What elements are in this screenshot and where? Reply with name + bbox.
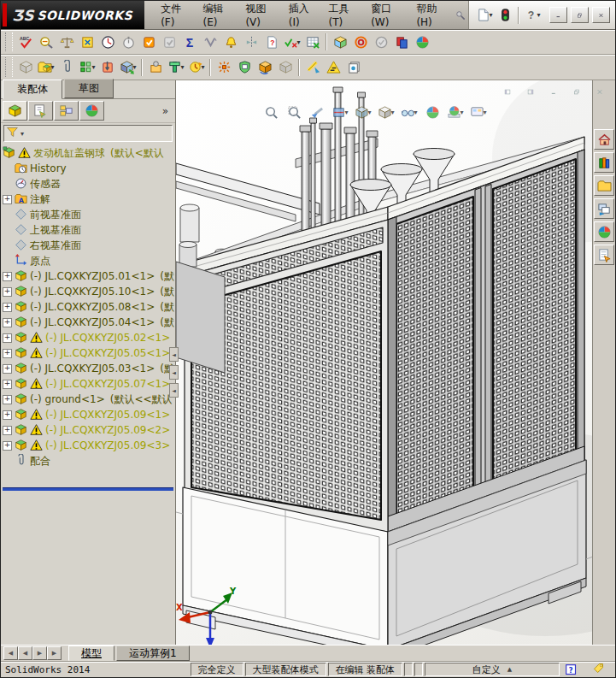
verification-button[interactable]: ▾ xyxy=(282,32,302,52)
statistics-button[interactable] xyxy=(118,32,138,52)
large-assembly-mode-button[interactable] xyxy=(323,57,343,78)
document-close-button[interactable] xyxy=(591,85,608,99)
new-motion-study-button[interactable]: ▾ xyxy=(186,57,207,78)
taskpane-design-library-button[interactable] xyxy=(594,152,614,173)
tree-item-10[interactable]: +(-) JL.CQXKYZJ05.08<1>(默 xyxy=(1,299,175,315)
splitter-arrow-icon[interactable]: ◄ xyxy=(169,365,179,380)
assembly-features-button[interactable] xyxy=(145,57,166,78)
tree-item-7[interactable]: 原点 xyxy=(1,253,175,268)
splitter-arrow-icon[interactable]: ◄ xyxy=(169,347,179,362)
tree-item-6[interactable]: 右视基准面 xyxy=(1,238,175,253)
interference-detection-button[interactable] xyxy=(234,57,255,78)
move-component-button[interactable]: ▾ xyxy=(118,57,138,78)
assembly-alert-button[interactable] xyxy=(220,32,241,52)
machine-model[interactable] xyxy=(176,87,592,645)
help-question-button[interactable]: ?▾ xyxy=(522,5,543,26)
display-states-button[interactable] xyxy=(330,32,350,52)
menu-pin-button[interactable] xyxy=(452,1,468,29)
commandmanager-tab-0[interactable]: 装配体 xyxy=(3,80,62,99)
menu-item-3[interactable]: 插入(I) xyxy=(281,1,321,29)
fm-tab-configurationmanager[interactable] xyxy=(54,101,79,121)
tree-item-12[interactable]: +(-) JL.CQXKYZJ05.02<1> xyxy=(1,330,175,345)
smart-fasteners-button[interactable] xyxy=(97,57,118,78)
study-tab-0[interactable]: 模型 xyxy=(68,646,114,661)
tree-item-17[interactable]: +(-) JL.CQXKYZJ05.09<1> xyxy=(1,407,175,422)
tree-item-5[interactable]: 上视基准面 xyxy=(1,222,175,238)
compare-documents-button[interactable] xyxy=(391,32,412,52)
new-document-button[interactable]: ▾ xyxy=(474,5,495,26)
expand-plus-icon[interactable]: + xyxy=(3,395,12,404)
curvature-check-button[interactable] xyxy=(200,32,220,52)
section-view-button[interactable]: ▾ xyxy=(331,103,349,121)
graphics-area[interactable]: X Y Z ▾▾▾▾▾▾ xyxy=(176,80,592,645)
document-pane-right-button[interactable] xyxy=(522,85,539,99)
taskpane-custom-properties-button[interactable] xyxy=(594,245,614,265)
tree-item-8[interactable]: +(-) JL.CQXKYZJ05.01<1>(默 xyxy=(1,268,175,284)
tree-item-16[interactable]: +(-) ground<1>(默认<<默认 xyxy=(1,392,175,407)
tree-item-13[interactable]: +(-) JL.CQXKYZJ05.05<1> xyxy=(1,345,175,361)
commandmanager-tab-1[interactable]: 草图 xyxy=(64,79,114,98)
study-tab-1[interactable]: 运动算例1 xyxy=(116,646,190,661)
take-snapshot-button[interactable] xyxy=(343,57,364,78)
window-restore-button[interactable] xyxy=(571,7,589,23)
expand-plus-icon[interactable]: + xyxy=(3,272,12,281)
panel-splitter[interactable]: ◄ ◄ ◄ xyxy=(169,347,179,398)
performance-evaluation-button[interactable] xyxy=(97,32,118,52)
import-diagnostics-button[interactable]: ? xyxy=(261,32,282,52)
document-pane-left-button[interactable] xyxy=(499,85,516,99)
spell-check-button[interactable]: ABC xyxy=(15,32,36,52)
nav-last-button[interactable]: ▶ xyxy=(47,646,62,660)
equations-button[interactable]: Σ xyxy=(179,32,200,52)
status-tag-button[interactable] xyxy=(581,662,615,677)
tree-item-14[interactable]: +(-) JL.CQXKYZJ05.03<1>(默 xyxy=(1,361,175,376)
status-custom-dropdown[interactable]: 自定义▲ xyxy=(425,663,560,676)
expand-plus-icon[interactable]: + xyxy=(3,349,12,358)
hide-show-items-button[interactable]: ▾ xyxy=(400,103,419,121)
window-minimize-button[interactable] xyxy=(549,7,567,23)
taskpane-appearances-scenes-button[interactable] xyxy=(594,221,614,242)
zoom-to-area-button[interactable] xyxy=(285,103,303,121)
expand-plus-icon[interactable]: + xyxy=(3,426,12,435)
expand-plus-icon[interactable]: + xyxy=(3,410,12,420)
document-minimize-button[interactable] xyxy=(545,85,562,99)
menu-item-5[interactable]: 窗口(W) xyxy=(363,1,408,29)
tree-item-20[interactable]: 配合 xyxy=(1,453,175,469)
expand-plus-icon[interactable]: + xyxy=(3,318,12,327)
tree-item-4[interactable]: 前视基准面 xyxy=(1,207,175,222)
tree-item-15[interactable]: +(-) JL.CQXKYZJ05.07<1> xyxy=(1,376,175,392)
previous-view-button[interactable] xyxy=(308,103,326,121)
align-components-button[interactable] xyxy=(241,32,261,52)
status-help-button[interactable]: ? xyxy=(561,663,580,676)
hidden-components-button[interactable] xyxy=(275,57,296,78)
section-properties-button[interactable] xyxy=(77,32,97,52)
taskpane-file-explorer-button[interactable] xyxy=(594,175,614,196)
check-document-button[interactable] xyxy=(159,32,179,52)
component-pattern-button[interactable]: ▾ xyxy=(77,57,97,78)
design-checker-button[interactable] xyxy=(138,32,159,52)
document-restore-button[interactable] xyxy=(568,85,585,99)
tree-item-19[interactable]: +(-) JL.CQXKYZJ05.09<3> xyxy=(1,438,175,453)
toolbar-drag-handle[interactable] xyxy=(5,32,13,51)
expand-plus-icon[interactable]: + xyxy=(3,195,12,204)
expand-plus-icon[interactable]: + xyxy=(3,333,12,343)
panel-expand-chevron[interactable]: » xyxy=(162,105,173,117)
exploded-view-button[interactable] xyxy=(214,57,234,78)
traffic-light-button[interactable] xyxy=(495,5,515,26)
expand-plus-icon[interactable]: + xyxy=(3,303,12,312)
nav-previous-button[interactable]: ◀ xyxy=(18,646,32,660)
zoom-to-fit-button[interactable] xyxy=(261,103,280,121)
tree-item-2[interactable]: 传感器 xyxy=(1,176,175,192)
tree-item-18[interactable]: +(-) JL.CQXKYZJ05.09<2> xyxy=(1,422,175,438)
window-close-button[interactable] xyxy=(592,7,610,23)
tree-item-11[interactable]: +(-) JL.CQXKYZJ05.04<1>(默 xyxy=(1,315,175,330)
edit-appearance-button[interactable] xyxy=(423,103,442,121)
expand-plus-icon[interactable]: + xyxy=(3,380,12,389)
tree-item-0[interactable]: 发动机缸盖钢球(默认<默认 xyxy=(1,145,175,161)
taskpane-view-palette-button[interactable] xyxy=(594,198,614,219)
circle-check-button[interactable] xyxy=(371,32,391,52)
view-orientation-button[interactable]: ▾ xyxy=(354,103,373,121)
expand-plus-icon[interactable]: + xyxy=(3,287,12,297)
fm-tab-propertymanager[interactable] xyxy=(28,101,53,121)
measure-button[interactable] xyxy=(36,32,56,52)
tree-filter-bar[interactable]: ▾ xyxy=(3,125,173,142)
